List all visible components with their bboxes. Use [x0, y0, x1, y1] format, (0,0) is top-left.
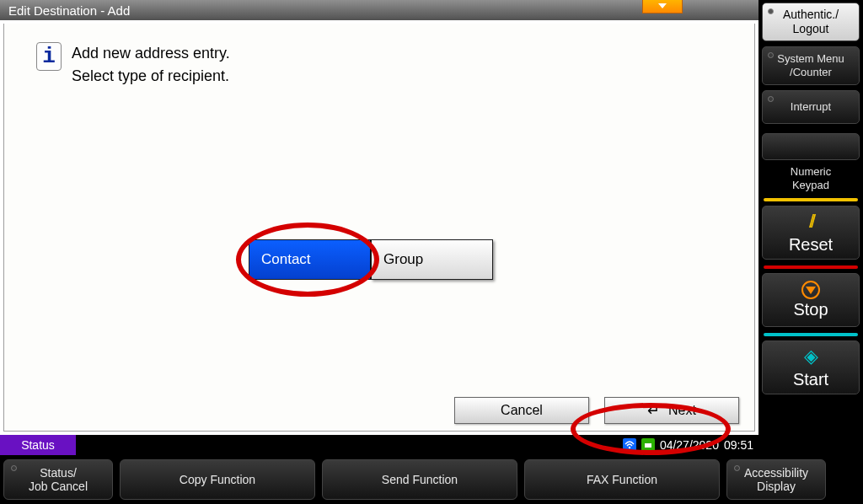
dropdown-tab[interactable] — [642, 0, 683, 13]
svg-point-0 — [629, 447, 630, 448]
status-button[interactable]: Status — [0, 435, 76, 455]
start-button[interactable]: ◈ Start — [762, 340, 860, 394]
numeric-keypad-button[interactable] — [762, 133, 860, 160]
reset-button[interactable]: // Reset — [762, 206, 860, 260]
status-time: 09:51 — [724, 438, 753, 452]
cancel-button[interactable]: Cancel — [454, 397, 589, 424]
reset-icon: // — [809, 211, 812, 233]
status-indicator-icon — [641, 438, 655, 452]
status-bar: Status 04/27/2020 09:51 — [0, 435, 758, 455]
info-icon: i — [36, 42, 62, 71]
content-panel: i Add new address entry. Select type of … — [0, 20, 758, 435]
option-contact-button[interactable]: Contact — [249, 239, 371, 280]
enter-icon: ↵ — [647, 401, 660, 420]
divider-red — [764, 265, 858, 269]
stop-button[interactable]: Stop — [762, 273, 860, 327]
function-bar: Status/ Job Cancel Copy Function Send Fu… — [0, 455, 758, 504]
system-menu-counter-button[interactable]: System Menu /Counter — [762, 46, 860, 85]
authenticate-logout-button[interactable]: Authentic./ Logout — [762, 3, 860, 41]
instruction-text: Add new address entry. Select type of re… — [72, 42, 230, 88]
divider-yellow — [764, 198, 858, 201]
copy-function-button[interactable]: Copy Function — [120, 459, 315, 500]
status-date: 04/27/2020 — [660, 438, 719, 452]
stop-icon — [801, 281, 820, 299]
hardware-side-panel: Authentic./ Logout System Menu /Counter … — [758, 0, 863, 504]
fax-function-button[interactable]: FAX Function — [524, 459, 720, 500]
numeric-keypad-label: Numeric Keypad — [762, 165, 860, 192]
window-title: Edit Destination - Add — [8, 3, 130, 18]
next-button[interactable]: ↵ Next — [604, 397, 739, 424]
window-titlebar: Edit Destination - Add — [0, 0, 758, 20]
accessibility-display-button[interactable]: Accessibility Display — [726, 459, 826, 500]
divider-cyan — [764, 333, 858, 336]
send-function-button[interactable]: Send Function — [322, 459, 517, 500]
option-group-button[interactable]: Group — [371, 239, 493, 280]
start-icon: ◈ — [804, 346, 818, 367]
interrupt-button[interactable]: Interrupt — [762, 90, 860, 124]
status-job-cancel-button[interactable]: Status/ Job Cancel — [3, 459, 113, 500]
wifi-icon — [623, 438, 636, 452]
